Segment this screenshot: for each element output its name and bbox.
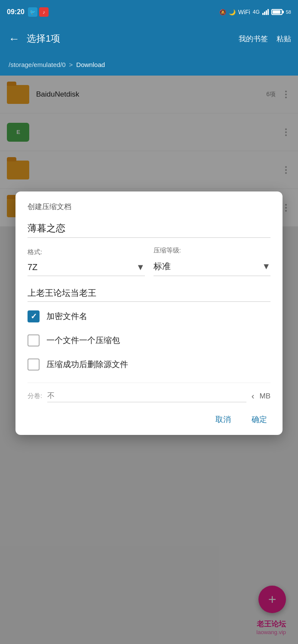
format-field: 格式: 7Z ▼ (28, 248, 145, 276)
bookmarks-button[interactable]: 我的书签 (239, 34, 268, 44)
level-label: 压缩等级: (154, 246, 271, 255)
breadcrumb-path[interactable]: /storage/emulated/0 (9, 61, 66, 68)
one-file-one-archive-row: 一个文件一个压缩包 (28, 334, 270, 346)
split-unit: MB (260, 392, 271, 401)
confirm-button[interactable]: 确定 (248, 413, 270, 426)
back-button[interactable]: ← (7, 30, 22, 47)
create-archive-dialog: 创建压缩文档 格式: 7Z ▼ 压缩等级: 标准 ▼ (15, 191, 283, 435)
filename-input[interactable] (28, 219, 270, 238)
breadcrumb: /storage/emulated/0 > Download (0, 53, 298, 76)
file-list: BaiduNetdisk 6项 E 创建压缩文档 (0, 76, 298, 644)
format-select[interactable]: 7Z ▼ (28, 259, 145, 276)
status-right-icons: 🔕 🌙 WiFi 4G 58 (219, 9, 291, 15)
music-icon: ♪ (39, 7, 49, 17)
level-value: 标准 (154, 261, 171, 272)
format-level-row: 格式: 7Z ▼ 压缩等级: 标准 ▼ (28, 246, 270, 276)
split-input[interactable] (47, 390, 246, 402)
encrypt-filename-label: 加密文件名 (46, 311, 87, 322)
encrypt-filename-checkbox[interactable]: ✓ (28, 310, 40, 322)
wifi-icon: WiFi (238, 9, 250, 15)
format-label: 格式: (28, 248, 145, 256)
dialog-title: 创建压缩文档 (28, 202, 270, 212)
format-value: 7Z (28, 262, 37, 272)
status-app-icons: 🐦 ♪ (28, 7, 49, 17)
level-field: 压缩等级: 标准 ▼ (154, 246, 271, 276)
moon-icon: 🌙 (229, 9, 236, 15)
delete-source-row: 压缩成功后删除源文件 (28, 358, 270, 371)
level-dropdown-arrow: ▼ (262, 261, 270, 271)
bird-icon: 🐦 (28, 7, 37, 17)
level-select[interactable]: 标准 ▼ (154, 257, 271, 276)
split-volume-row: 分卷: ‹ MB (28, 383, 270, 402)
encrypt-filename-row: ✓ 加密文件名 (28, 310, 270, 322)
mute-icon: 🔕 (219, 9, 226, 15)
battery-icon (271, 9, 283, 15)
one-file-one-archive-checkbox[interactable] (28, 334, 40, 346)
format-dropdown-arrow: ▼ (136, 262, 145, 272)
delete-source-label: 压缩成功后删除源文件 (46, 359, 128, 370)
status-bar: 09:20 🐦 ♪ 🔕 🌙 WiFi 4G 58 (0, 0, 298, 24)
app-bar-actions: 我的书签 粘贴 (239, 34, 291, 44)
paste-button[interactable]: 粘贴 (276, 34, 291, 44)
breadcrumb-separator: > (69, 61, 73, 68)
delete-source-checkbox[interactable] (28, 358, 40, 371)
cancel-button[interactable]: 取消 (212, 413, 234, 426)
network-4g-icon: 4G (253, 9, 260, 15)
dialog-actions: 取消 确定 (28, 413, 270, 426)
split-label: 分卷: (28, 392, 42, 400)
breadcrumb-current[interactable]: Download (76, 61, 105, 68)
battery-percent: 58 (286, 9, 291, 15)
split-arrow-icon: ‹ (252, 391, 255, 401)
signal-bars (262, 9, 269, 15)
app-title: 选择1项 (27, 32, 233, 45)
password-input[interactable] (28, 285, 270, 302)
one-file-one-archive-label: 一个文件一个压缩包 (46, 335, 120, 346)
app-bar: ← 选择1项 我的书签 粘贴 (0, 24, 298, 53)
status-time: 09:20 (7, 8, 25, 16)
checkmark-icon: ✓ (31, 312, 37, 321)
